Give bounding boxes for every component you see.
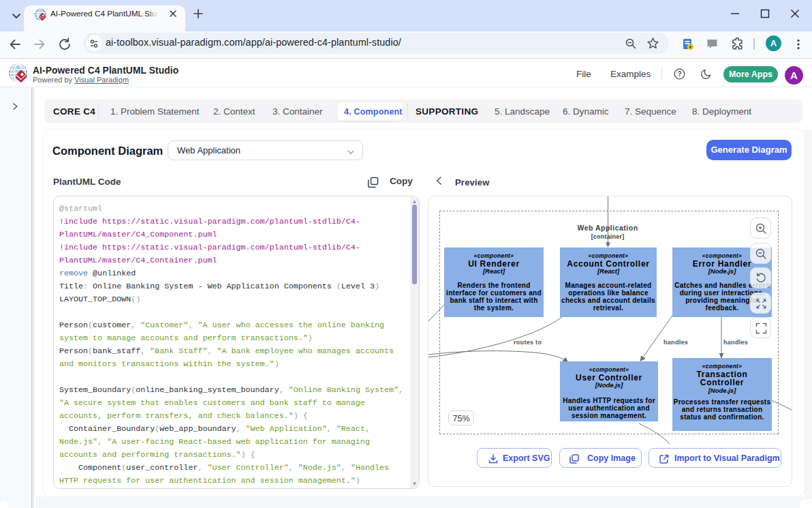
svg-text:?: ?	[677, 70, 681, 78]
